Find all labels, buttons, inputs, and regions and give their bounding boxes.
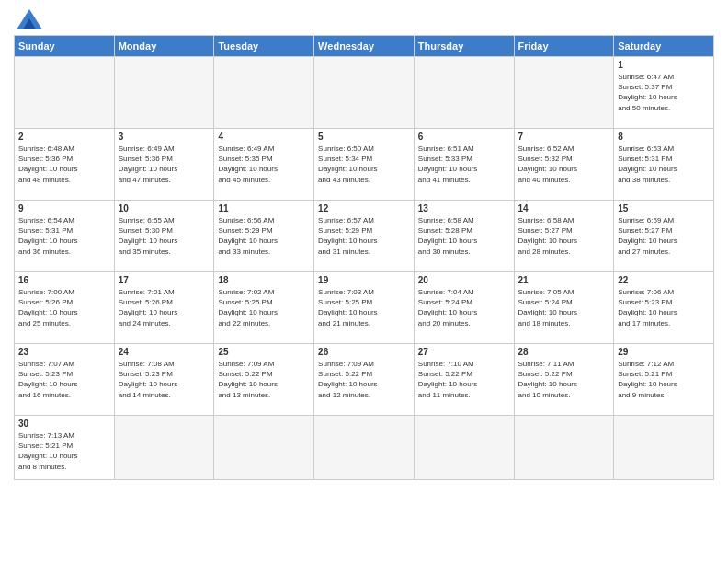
calendar-cell: 19Sunrise: 7:03 AM Sunset: 5:25 PM Dayli…	[314, 272, 415, 344]
day-info: Sunrise: 6:59 AM Sunset: 5:27 PM Dayligh…	[618, 215, 710, 257]
calendar-cell: 3Sunrise: 6:49 AM Sunset: 5:36 PM Daylig…	[114, 129, 214, 201]
calendar-cell	[114, 416, 214, 480]
day-number: 17	[119, 275, 210, 285]
day-number: 15	[618, 203, 710, 213]
day-info: Sunrise: 6:57 AM Sunset: 5:29 PM Dayligh…	[318, 215, 410, 257]
calendar-week-6: 30Sunrise: 7:13 AM Sunset: 5:21 PM Dayli…	[15, 416, 714, 480]
day-info: Sunrise: 7:10 AM Sunset: 5:22 PM Dayligh…	[418, 359, 510, 400]
calendar-cell	[514, 57, 614, 129]
day-info: Sunrise: 7:08 AM Sunset: 5:23 PM Dayligh…	[119, 359, 210, 400]
calendar-cell: 8Sunrise: 6:53 AM Sunset: 5:31 PM Daylig…	[614, 129, 714, 201]
header	[14, 9, 714, 29]
day-info: Sunrise: 6:55 AM Sunset: 5:30 PM Dayligh…	[119, 215, 210, 257]
calendar-cell	[314, 57, 415, 129]
calendar-cell: 21Sunrise: 7:05 AM Sunset: 5:24 PM Dayli…	[514, 272, 614, 344]
day-number: 1	[618, 60, 710, 70]
calendar-cell: 25Sunrise: 7:09 AM Sunset: 5:22 PM Dayli…	[214, 344, 314, 416]
day-number: 22	[618, 275, 710, 285]
calendar-cell: 30Sunrise: 7:13 AM Sunset: 5:21 PM Dayli…	[15, 416, 115, 480]
calendar-cell: 23Sunrise: 7:07 AM Sunset: 5:23 PM Dayli…	[15, 344, 115, 416]
day-number: 27	[418, 347, 510, 357]
day-info: Sunrise: 7:05 AM Sunset: 5:24 PM Dayligh…	[518, 287, 610, 328]
day-number: 21	[518, 275, 610, 285]
day-info: Sunrise: 7:09 AM Sunset: 5:22 PM Dayligh…	[318, 359, 410, 400]
calendar-table: SundayMondayTuesdayWednesdayThursdayFrid…	[14, 35, 714, 480]
calendar-cell	[614, 416, 714, 480]
day-number: 8	[618, 132, 710, 142]
day-info: Sunrise: 6:49 AM Sunset: 5:36 PM Dayligh…	[119, 144, 210, 185]
day-number: 30	[18, 419, 110, 429]
weekday-header-thursday: Thursday	[414, 36, 514, 57]
day-number: 18	[218, 275, 310, 285]
day-number: 24	[119, 347, 210, 357]
calendar-cell	[514, 416, 614, 480]
day-info: Sunrise: 6:56 AM Sunset: 5:29 PM Dayligh…	[218, 215, 310, 257]
day-number: 3	[119, 132, 210, 142]
day-info: Sunrise: 6:53 AM Sunset: 5:31 PM Dayligh…	[618, 144, 710, 185]
day-info: Sunrise: 6:51 AM Sunset: 5:33 PM Dayligh…	[418, 144, 510, 185]
calendar-cell	[114, 57, 214, 129]
calendar-cell: 9Sunrise: 6:54 AM Sunset: 5:31 PM Daylig…	[15, 201, 115, 272]
calendar-cell: 29Sunrise: 7:12 AM Sunset: 5:21 PM Dayli…	[614, 344, 714, 416]
day-info: Sunrise: 7:09 AM Sunset: 5:22 PM Dayligh…	[218, 359, 310, 400]
logo	[14, 9, 42, 29]
calendar-cell: 13Sunrise: 6:58 AM Sunset: 5:28 PM Dayli…	[414, 201, 514, 272]
calendar-cell: 2Sunrise: 6:48 AM Sunset: 5:36 PM Daylig…	[15, 129, 115, 201]
weekday-header-saturday: Saturday	[614, 36, 714, 57]
calendar-cell	[414, 416, 514, 480]
day-number: 16	[18, 275, 110, 285]
calendar-cell	[314, 416, 415, 480]
calendar-cell: 14Sunrise: 6:58 AM Sunset: 5:27 PM Dayli…	[514, 201, 614, 272]
calendar-cell: 11Sunrise: 6:56 AM Sunset: 5:29 PM Dayli…	[214, 201, 314, 272]
day-info: Sunrise: 6:54 AM Sunset: 5:31 PM Dayligh…	[18, 215, 110, 257]
calendar-cell: 17Sunrise: 7:01 AM Sunset: 5:26 PM Dayli…	[114, 272, 214, 344]
calendar-cell	[214, 416, 314, 480]
day-number: 13	[418, 203, 510, 213]
calendar-cell: 16Sunrise: 7:00 AM Sunset: 5:26 PM Dayli…	[15, 272, 115, 344]
weekday-header-friday: Friday	[514, 36, 614, 57]
day-number: 2	[18, 132, 110, 142]
day-number: 12	[318, 203, 410, 213]
day-number: 19	[318, 275, 410, 285]
page: SundayMondayTuesdayWednesdayThursdayFrid…	[0, 0, 728, 563]
calendar-week-2: 2Sunrise: 6:48 AM Sunset: 5:36 PM Daylig…	[15, 129, 714, 201]
calendar-cell: 12Sunrise: 6:57 AM Sunset: 5:29 PM Dayli…	[314, 201, 415, 272]
day-number: 23	[18, 347, 110, 357]
calendar-cell: 4Sunrise: 6:49 AM Sunset: 5:35 PM Daylig…	[214, 129, 314, 201]
calendar-week-5: 23Sunrise: 7:07 AM Sunset: 5:23 PM Dayli…	[15, 344, 714, 416]
calendar-cell: 24Sunrise: 7:08 AM Sunset: 5:23 PM Dayli…	[114, 344, 214, 416]
day-info: Sunrise: 7:04 AM Sunset: 5:24 PM Dayligh…	[418, 287, 510, 328]
day-info: Sunrise: 6:47 AM Sunset: 5:37 PM Dayligh…	[618, 72, 710, 113]
day-number: 10	[119, 203, 210, 213]
day-number: 4	[218, 132, 310, 142]
day-number: 7	[518, 132, 610, 142]
day-info: Sunrise: 7:07 AM Sunset: 5:23 PM Dayligh…	[18, 359, 110, 400]
calendar-week-3: 9Sunrise: 6:54 AM Sunset: 5:31 PM Daylig…	[15, 201, 714, 272]
day-number: 6	[418, 132, 510, 142]
day-number: 25	[218, 347, 310, 357]
calendar-cell: 28Sunrise: 7:11 AM Sunset: 5:22 PM Dayli…	[514, 344, 614, 416]
day-info: Sunrise: 6:48 AM Sunset: 5:36 PM Dayligh…	[18, 144, 110, 185]
day-number: 20	[418, 275, 510, 285]
day-info: Sunrise: 7:12 AM Sunset: 5:21 PM Dayligh…	[618, 359, 710, 400]
calendar-week-4: 16Sunrise: 7:00 AM Sunset: 5:26 PM Dayli…	[15, 272, 714, 344]
calendar-cell: 5Sunrise: 6:50 AM Sunset: 5:34 PM Daylig…	[314, 129, 415, 201]
day-info: Sunrise: 7:13 AM Sunset: 5:21 PM Dayligh…	[18, 431, 110, 472]
day-info: Sunrise: 7:03 AM Sunset: 5:25 PM Dayligh…	[318, 287, 410, 328]
calendar-cell	[214, 57, 314, 129]
calendar-week-1: 1Sunrise: 6:47 AM Sunset: 5:37 PM Daylig…	[15, 57, 714, 129]
weekday-header-tuesday: Tuesday	[214, 36, 314, 57]
weekday-header-row: SundayMondayTuesdayWednesdayThursdayFrid…	[15, 36, 714, 57]
calendar-cell: 20Sunrise: 7:04 AM Sunset: 5:24 PM Dayli…	[414, 272, 514, 344]
day-number: 9	[18, 203, 110, 213]
calendar-cell: 10Sunrise: 6:55 AM Sunset: 5:30 PM Dayli…	[114, 201, 214, 272]
logo-icon	[17, 9, 42, 29]
day-info: Sunrise: 6:49 AM Sunset: 5:35 PM Dayligh…	[218, 144, 310, 185]
calendar-cell: 22Sunrise: 7:06 AM Sunset: 5:23 PM Dayli…	[614, 272, 714, 344]
day-number: 11	[218, 203, 310, 213]
day-info: Sunrise: 7:02 AM Sunset: 5:25 PM Dayligh…	[218, 287, 310, 328]
day-info: Sunrise: 7:00 AM Sunset: 5:26 PM Dayligh…	[18, 287, 110, 328]
day-number: 28	[518, 347, 610, 357]
calendar-cell: 1Sunrise: 6:47 AM Sunset: 5:37 PM Daylig…	[614, 57, 714, 129]
calendar-cell: 7Sunrise: 6:52 AM Sunset: 5:32 PM Daylig…	[514, 129, 614, 201]
